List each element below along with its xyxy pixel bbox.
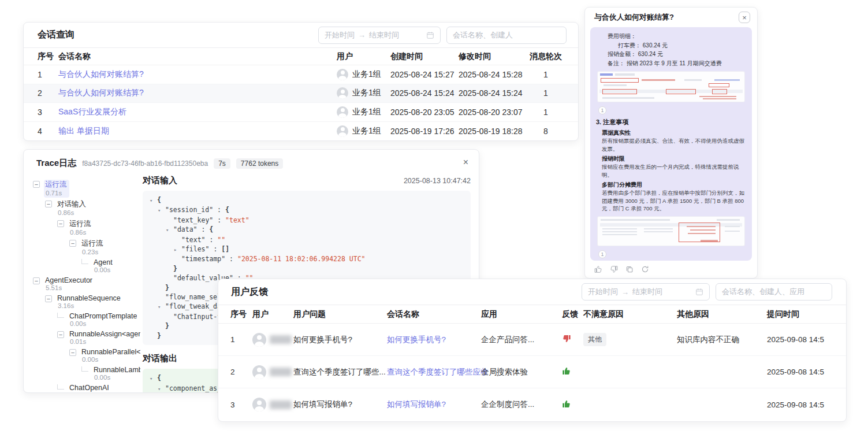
collapse-icon[interactable]: − <box>45 201 52 207</box>
json-token: { <box>157 374 161 382</box>
trace-tree-node[interactable]: ChatPromptTemplate0.00s <box>32 312 143 328</box>
node-label: RunnableLambda <box>94 366 140 374</box>
trace-tree-node[interactable]: −运行流0.23s <box>32 239 143 257</box>
session-name-link[interactable]: 查询这个季度签订了哪些应收 <box>387 367 481 377</box>
trace-tree-node[interactable]: −RunnableParallel<age0.00s <box>32 348 143 364</box>
column-header: 不满意原因 <box>583 309 677 320</box>
collapse-icon[interactable]: − <box>33 277 40 284</box>
json-toggle-icon[interactable]: ▾ <box>158 206 165 215</box>
collapse-icon[interactable]: − <box>33 181 40 188</box>
node-body: RunnableParallel<age0.00s <box>80 348 143 364</box>
table-row: 1与合伙人如何对账结算?业务1组2025-08-24 15:272025-08-… <box>24 65 578 84</box>
json-token: { <box>157 196 161 204</box>
trace-tree-node[interactable]: Agent0.00s <box>32 258 143 275</box>
collapse-icon[interactable]: − <box>45 295 52 302</box>
reason-tag: 其他 <box>583 333 606 346</box>
refresh-icon[interactable] <box>641 265 649 273</box>
table-row: 4输出 单据日期业务1组2025-08-19 17:262025-08-19 1… <box>24 122 578 141</box>
collapse-icon[interactable]: − <box>57 220 64 227</box>
column-header: 创建时间 <box>390 51 459 62</box>
session-name-link[interactable]: 如何填写报销单? <box>387 399 481 410</box>
trace-tree-node[interactable]: −运行流0.71s <box>32 180 143 198</box>
json-token: } <box>165 284 169 292</box>
column-header: 序号 <box>38 51 58 62</box>
user-avatar-icon <box>337 106 348 118</box>
trace-tree-node[interactable]: −AgentExecutor5.51s <box>32 276 143 292</box>
copy-icon[interactable] <box>625 265 634 273</box>
start-time-placeholder: 开始时间 <box>588 287 618 297</box>
node-duration: 3.16s <box>57 302 121 309</box>
json-toggle-icon[interactable]: ▾ <box>166 225 173 235</box>
notes-section-heading: 3. 注意事项 <box>596 118 746 127</box>
trace-tree-node[interactable]: −对话输入0.86s <box>32 199 143 217</box>
trace-header: Trace日志 f8a43725-dc73-46fb-ab16-fbd11235… <box>24 150 479 169</box>
user-cell: 业务1组 <box>337 87 390 99</box>
node-body: ChatPromptTemplate0.00s <box>68 312 139 328</box>
search-placeholder: 会话名称、创建人、应用 <box>722 287 804 297</box>
app-name: 企企产品问答... <box>481 335 562 345</box>
close-icon[interactable]: × <box>739 12 750 23</box>
session-name-link[interactable]: 输出 单据日期 <box>58 126 337 136</box>
leaf-connector-icon <box>57 384 64 390</box>
trace-tree-node[interactable]: −RunnableAssign<agent_s0.01s <box>32 330 143 346</box>
trace-id: f8a43725-dc73-46fb-ab16-fbd112350eba <box>82 160 208 168</box>
node-body: Agent0.00s <box>92 258 115 275</box>
trace-tree-node[interactable]: ChatOpenAI <box>32 384 143 393</box>
json-token: : <box>206 236 218 244</box>
trace-tree-node[interactable]: RunnableLambda0.00s <box>32 366 143 382</box>
user-name: 业务1组 <box>352 88 381 98</box>
json-toggle-icon[interactable]: ▸ <box>174 245 181 254</box>
column-header: 提问时间 <box>767 309 846 320</box>
thumbs-down-icon[interactable] <box>610 265 618 273</box>
search-input[interactable]: 会话名称、创建人 <box>446 27 567 44</box>
json-token: : <box>213 216 225 224</box>
json-line: ▾{ <box>148 195 465 205</box>
collapse-icon[interactable]: − <box>69 349 76 356</box>
table-row: 2查询这个季度签订了哪些...查询这个季度签订了哪些应收全局搜索体验2025-0… <box>218 356 846 388</box>
user-avatar-icon <box>252 398 266 411</box>
collapse-icon[interactable]: − <box>69 240 76 247</box>
citation-chip[interactable]: 1 <box>598 250 606 258</box>
user-avatar-icon <box>337 125 348 137</box>
feedback-cell <box>562 366 583 377</box>
trace-tree-node[interactable]: −运行流0.86s <box>32 219 143 237</box>
json-line: "text_key" : "text" <box>148 216 465 225</box>
trace-tree-node[interactable]: −RunnableSequence3.16s <box>32 294 143 310</box>
json-toggle-icon[interactable]: ▾ <box>150 374 157 383</box>
modified-time: 2025-08-24 15:28 <box>459 70 525 79</box>
close-icon[interactable]: × <box>463 158 468 167</box>
json-token: : <box>213 206 225 214</box>
note-title: 票据真实性 <box>596 129 746 137</box>
session-name-link[interactable]: SaaS行业发展分析 <box>58 107 337 117</box>
json-toggle-icon[interactable]: ▾ <box>150 196 157 205</box>
date-range-input[interactable]: 开始时间 → 结束时间 <box>582 283 710 301</box>
row-index: 2 <box>230 368 252 376</box>
user-feedback-panel: 用户反馈 开始时间 → 结束时间 会话名称、创建人、应用 序号 用户 用户问题 … <box>218 279 847 422</box>
panel-title: 会话查询 <box>38 29 74 41</box>
column-header: 用户 <box>252 309 293 320</box>
session-name-link[interactable]: 与合伙人如何对账结算? <box>58 88 337 98</box>
collapse-icon[interactable]: − <box>57 331 64 338</box>
feedback-table-header: 序号 用户 用户问题 会话名称 应用 反馈 不满意原因 其他原因 提问时间 <box>218 305 846 324</box>
tokens-badge: 7762 tokens <box>236 158 283 169</box>
session-name-link[interactable]: 如何更换手机号? <box>387 335 481 345</box>
json-toggle-icon[interactable]: ▾ <box>158 384 165 394</box>
search-input[interactable]: 会话名称、创建人、应用 <box>716 283 832 301</box>
modified-time: 2025-08-24 15:24 <box>459 88 525 98</box>
column-header: 用户 <box>337 51 390 62</box>
thumbs-up-icon[interactable] <box>594 265 602 273</box>
citation-chip[interactable]: 1 <box>598 106 606 114</box>
node-body: 对话输入0.86s <box>56 199 88 217</box>
row-index: 3 <box>230 400 252 409</box>
json-token: } <box>165 322 169 330</box>
date-range-input[interactable]: 开始时间 → 结束时间 <box>318 27 441 44</box>
user-avatar-icon <box>337 69 348 80</box>
column-header: 应用 <box>481 309 562 320</box>
node-body: 运行流0.86s <box>68 219 94 237</box>
json-toggle-icon[interactable]: ▾ <box>158 302 165 312</box>
created-time: 2025-08-24 15:24 <box>390 88 459 98</box>
trace-tree: −运行流0.71s−对话输入0.86s−运行流0.86s−运行流0.23sAge… <box>32 180 143 393</box>
expense-line: 打车费： 630.24 元 <box>596 41 746 50</box>
json-line: ▾"session_id" : { <box>148 205 465 215</box>
session-name-link[interactable]: 与合伙人如何对账结算? <box>58 69 337 80</box>
